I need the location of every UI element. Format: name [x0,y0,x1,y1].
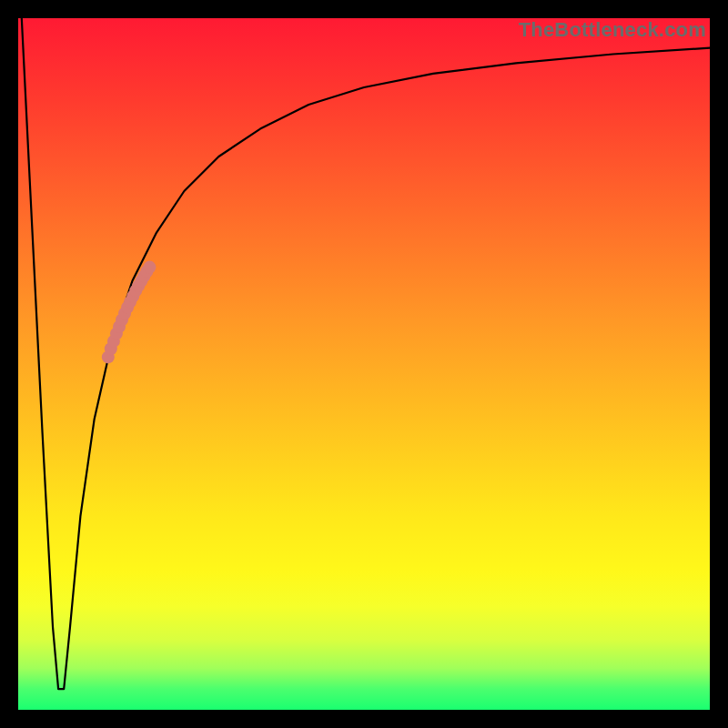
chart-frame: TheBottleneck.com [0,0,728,728]
chart-svg [18,18,710,710]
highlight-dot [143,261,156,274]
highlight-dots [102,261,157,364]
plot-area: TheBottleneck.com [18,18,710,710]
bottleneck-curve [22,18,710,689]
